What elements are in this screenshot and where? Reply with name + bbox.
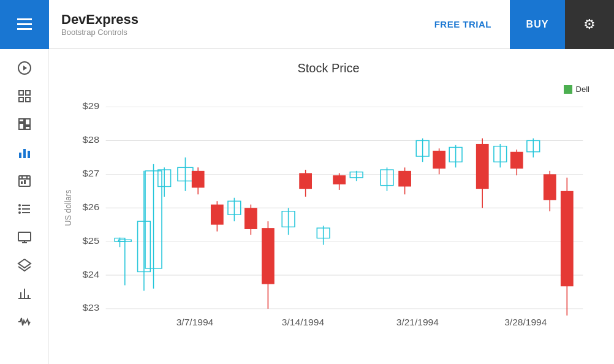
play-icon [17, 61, 32, 75]
svg-rect-25 [18, 232, 31, 241]
svg-rect-2 [19, 91, 23, 95]
sidebar-item-grid[interactable] [9, 83, 40, 109]
layers-icon [17, 258, 32, 273]
chart-svg: $29 $28 $27 $26 $25 $24 $23 US dollars 3… [61, 85, 596, 354]
svg-text:$27: $27 [83, 169, 100, 178]
svg-rect-66 [211, 205, 224, 225]
sidebar-item-waveform[interactable] [9, 309, 40, 335]
settings-button[interactable]: ⚙ [565, 0, 614, 49]
svg-rect-90 [433, 151, 445, 169]
menu-button[interactable] [0, 0, 49, 49]
svg-text:3/7/1994: 3/7/1994 [176, 318, 214, 327]
hamburger-icon [17, 18, 32, 30]
sidebar-item-monitor[interactable] [9, 224, 40, 250]
svg-rect-94 [476, 144, 489, 189]
sidebar-item-dashboard[interactable] [9, 112, 40, 137]
svg-rect-3 [26, 91, 30, 95]
legend-label: Dell [576, 85, 589, 94]
chart-legend: Dell [564, 85, 589, 94]
svg-rect-76 [299, 173, 312, 189]
svg-rect-17 [21, 181, 23, 184]
sidebar-item-list[interactable] [9, 196, 40, 222]
svg-rect-70 [244, 208, 257, 229]
bar-chart-2-icon [17, 286, 32, 301]
svg-text:3/28/1994: 3/28/1994 [504, 318, 547, 327]
svg-rect-72 [262, 228, 275, 284]
svg-rect-98 [510, 152, 523, 169]
svg-rect-6 [19, 119, 24, 122]
main-layout: Stock Price Dell $29 [0, 49, 614, 364]
svg-rect-9 [25, 126, 30, 129]
svg-rect-104 [561, 191, 574, 286]
sidebar-item-calendar-chart[interactable] [9, 168, 40, 194]
svg-rect-86 [398, 171, 411, 187]
svg-marker-1 [23, 66, 27, 70]
svg-rect-11 [23, 149, 26, 158]
svg-text:$28: $28 [83, 135, 100, 145]
chart-title: Stock Price [61, 61, 596, 75]
grid-icon [17, 89, 32, 104]
header: DevExpress Bootstrap Controls FREE TRIAL… [0, 0, 614, 49]
gear-icon: ⚙ [583, 17, 596, 32]
svg-text:$24: $24 [83, 270, 100, 279]
svg-rect-8 [19, 123, 24, 129]
free-trial-button[interactable]: FREE TRIAL [416, 19, 510, 29]
sidebar-item-bar-chart-2[interactable] [9, 281, 40, 306]
svg-point-23 [19, 208, 20, 210]
bar-chart-icon [17, 145, 32, 160]
sidebar-item-play[interactable] [9, 55, 40, 81]
dashboard-icon [17, 117, 32, 132]
svg-rect-80 [333, 175, 346, 184]
svg-text:3/21/1994: 3/21/1994 [396, 318, 439, 327]
legend-color [564, 85, 572, 94]
svg-rect-64 [192, 171, 205, 188]
sidebar [0, 49, 49, 364]
svg-rect-4 [19, 97, 23, 102]
svg-text:3/14/1994: 3/14/1994 [282, 318, 324, 327]
svg-rect-5 [26, 97, 30, 102]
waveform-icon [17, 314, 32, 329]
svg-text:$29: $29 [83, 101, 100, 111]
svg-rect-7 [25, 119, 30, 125]
brand-title: DevExpress [61, 12, 404, 28]
sidebar-item-layers[interactable] [9, 252, 40, 278]
sidebar-item-bar-chart[interactable] [9, 140, 40, 165]
svg-point-24 [19, 212, 20, 213]
svg-text:$26: $26 [83, 202, 100, 212]
monitor-icon [17, 230, 32, 245]
buy-button[interactable]: BUY [510, 0, 565, 49]
list-icon [17, 202, 32, 216]
svg-rect-12 [28, 151, 30, 158]
brand-subtitle: Bootstrap Controls [61, 28, 404, 37]
svg-text:$23: $23 [83, 303, 100, 313]
svg-rect-10 [19, 153, 21, 158]
calendar-chart-icon [17, 173, 32, 188]
svg-rect-102 [544, 174, 556, 200]
svg-rect-18 [24, 180, 26, 184]
brand: DevExpress Bootstrap Controls [49, 12, 416, 37]
svg-point-22 [19, 205, 20, 206]
chart-area: Stock Price Dell $29 [49, 49, 614, 364]
chart-container: Dell $29 $28 $27 $26 $25 [61, 85, 596, 354]
svg-text:US dollars: US dollars [63, 190, 73, 226]
svg-text:$25: $25 [83, 236, 100, 246]
